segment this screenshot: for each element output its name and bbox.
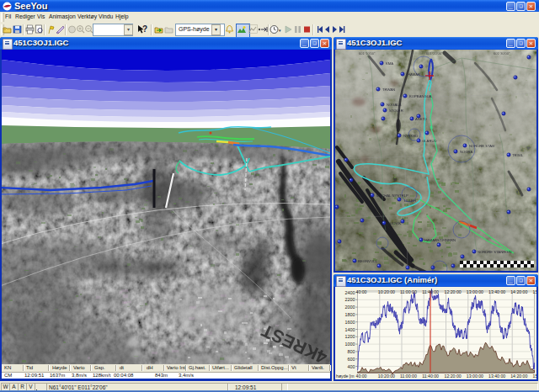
svg-text:2400: 2400 [345, 290, 355, 295]
svg-text:NOGALS: NOGALS [387, 103, 402, 107]
svg-text:601°10′00″: 601°10′00″ [359, 51, 376, 56]
svg-text:13:40:00: 13:40:00 [488, 289, 505, 294]
svg-text:40:00: 40:00 [356, 373, 367, 379]
svg-text:NORDRE STAB: NORDRE STAB [469, 144, 494, 148]
svg-text:12:20:00: 12:20:00 [445, 289, 462, 294]
svg-text:TRWAN: TRWAN [382, 87, 395, 92]
svg-text:LILLEH: LILLEH [404, 199, 416, 203]
svg-text:2200: 2200 [345, 297, 355, 302]
svg-text:1600: 1600 [345, 320, 355, 325]
svg-text:1200: 1200 [345, 334, 355, 339]
svg-text:1800: 1800 [345, 312, 355, 317]
svg-text:1400: 1400 [345, 327, 355, 332]
svg-text:KOPBANGUA: KOPBANGUA [409, 94, 432, 98]
svg-text:ASETO: ASETO [415, 117, 428, 121]
svg-text:601°30′00″: 601°30′00″ [494, 51, 510, 56]
svg-text:høyde [m: høyde [m [336, 373, 355, 379]
svg-text:REGNVOLL: REGNVOLL [358, 259, 377, 263]
svg-text:13:40:00: 13:40:00 [488, 373, 505, 379]
svg-text:15:00:0: 15:00:0 [533, 289, 537, 294]
svg-text:13:00:00: 13:00:00 [467, 289, 483, 294]
svg-text:GJOVIK: GJOVIK [388, 221, 402, 225]
svg-text:HAMARST.FINRRN: HAMARST.FINRRN [424, 238, 456, 242]
svg-text:12:20:00: 12:20:00 [445, 373, 462, 379]
svg-text:MECHAL NYSTRLP: MECHAL NYSTRLP [376, 193, 408, 198]
svg-text:GLARUD: GLARUD [422, 139, 436, 143]
svg-text:13:00:00: 13:00:00 [467, 373, 483, 379]
svg-text:10:20:00: 10:20:00 [378, 289, 395, 294]
svg-text:11:40:00: 11:40:00 [422, 289, 439, 294]
svg-text:11:40:00: 11:40:00 [422, 373, 439, 379]
svg-text:HAMAR: HAMAR [408, 72, 420, 77]
svg-text:NORDRE STANRGIN: NORDRE STANRGIN [478, 250, 512, 254]
svg-text:NYKKED: NYKKED [403, 134, 418, 138]
svg-text:10:20:00: 10:20:00 [378, 373, 395, 379]
svg-text:STOLER: STOLER [389, 109, 403, 113]
svg-text:NOGRA: NOGRA [460, 150, 473, 154]
svg-text:40:00: 40:00 [356, 289, 367, 294]
svg-text:600: 600 [348, 357, 355, 362]
svg-text:1000: 1000 [345, 342, 355, 347]
svg-text:400: 400 [348, 364, 355, 369]
svg-text:800: 800 [348, 349, 355, 354]
svg-text:14:20:00: 14:20:00 [510, 373, 527, 379]
svg-text:14:20:00: 14:20:00 [510, 289, 527, 294]
svg-text:601°20′00″: 601°20′00″ [426, 51, 443, 56]
svg-text:2000: 2000 [345, 305, 355, 310]
svg-text:11:00:00: 11:00:00 [400, 289, 417, 294]
svg-text:11:00:00: 11:00:00 [400, 373, 417, 379]
svg-text:TRISIL: TRISIL [512, 153, 524, 157]
svg-text:KMA: KMA [386, 61, 393, 66]
svg-text:15:00:0: 15:00:0 [533, 373, 537, 379]
